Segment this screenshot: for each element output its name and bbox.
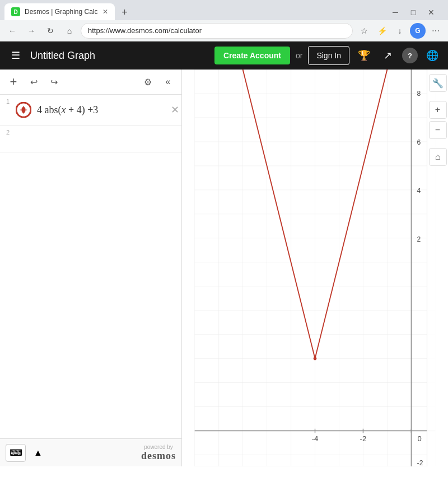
share-icon: ↗ <box>384 49 392 62</box>
expression-item-1[interactable]: 1 4 abs(x + 4) +3 ✕ <box>0 95 181 126</box>
redo-button[interactable]: ↪ <box>46 74 62 90</box>
zoom-out-button[interactable]: − <box>429 121 447 139</box>
close-btn[interactable]: ✕ <box>423 4 439 20</box>
undo-button[interactable]: ↩ <box>26 74 41 90</box>
zoom-in-icon: + <box>435 105 440 115</box>
expression-number-2: 2 <box>0 126 16 136</box>
settings-button[interactable]: ⚙ <box>140 74 156 90</box>
svg-text:-2: -2 <box>417 459 423 466</box>
keyboard-area: ⌨ ▲ powered by desmos <box>0 438 181 466</box>
active-tab[interactable]: D Desmos | Graphing Calc ✕ <box>4 3 115 20</box>
keyboard-toggle-button[interactable]: ⌨ <box>6 444 26 462</box>
create-account-button[interactable]: Create Account <box>214 47 290 64</box>
zoom-in-button[interactable]: + <box>429 101 447 119</box>
svg-text:0: 0 <box>418 434 422 443</box>
globe-icon: 🌐 <box>426 49 438 62</box>
expression-close-1[interactable]: ✕ <box>168 103 181 117</box>
graph-controls-right: 🔧 + − ⌂ <box>427 70 448 466</box>
add-expression-button[interactable]: + <box>6 74 21 90</box>
expression-toolbar: + ↩ ↪ ⚙ « <box>0 70 181 95</box>
graph-canvas: -4 -2 0 8 6 4 2 -2 <box>182 70 448 466</box>
bookmark-button[interactable]: ☆ <box>356 23 372 39</box>
graph-settings-button[interactable]: 🔧 <box>429 74 447 92</box>
svg-text:2: 2 <box>417 235 421 243</box>
zoom-out-icon: − <box>435 125 440 135</box>
globe-button[interactable]: 🌐 <box>423 47 441 64</box>
desmos-app: ☰ Untitled Graph Create Account or Sign … <box>0 41 448 466</box>
svg-text:8: 8 <box>417 90 421 98</box>
svg-text:6: 6 <box>417 138 421 146</box>
address-bar: ← → ↻ ⌂ ☆ ⚡ ↓ G ⋯ <box>0 20 448 41</box>
collapse-panel-button[interactable]: « <box>160 74 176 90</box>
help-icon: ? <box>408 52 412 60</box>
keyboard-icon: ⌨ <box>10 447 22 458</box>
share-button[interactable]: ↗ <box>379 47 396 64</box>
tab-close-btn[interactable]: ✕ <box>102 8 108 16</box>
browser-toolbar-icons: ☆ ⚡ ↓ G ⋯ <box>356 23 444 39</box>
back-button[interactable]: ← <box>4 23 20 39</box>
desmos-logo-icon <box>16 102 31 118</box>
new-tab-button[interactable]: + <box>117 4 133 20</box>
browser-tab-bar: D Desmos | Graphing Calc ✕ + ─ □ ✕ <box>0 0 448 20</box>
home-icon: ⌂ <box>435 152 441 162</box>
desmos-logo-text: desmos <box>141 450 176 462</box>
home-button[interactable]: ⌂ <box>62 23 77 39</box>
forward-button[interactable]: → <box>24 23 39 39</box>
expression-item-2[interactable]: 2 <box>0 126 181 152</box>
address-input[interactable] <box>81 23 353 39</box>
reload-button[interactable]: ↻ <box>43 23 58 39</box>
zoom-home-button[interactable]: ⌂ <box>429 148 447 166</box>
panel-expand-button[interactable]: ▲ <box>30 445 46 461</box>
account-button[interactable]: G <box>410 23 426 39</box>
powered-by-text: powered by <box>141 444 176 450</box>
more-button[interactable]: ⋯ <box>428 23 444 39</box>
desmos-navbar: ☰ Untitled Graph Create Account or Sign … <box>0 41 448 70</box>
expression-formula-2 <box>16 133 181 145</box>
graph-title: Untitled Graph <box>30 50 209 62</box>
hamburger-icon: ☰ <box>11 49 20 62</box>
vertex-point <box>314 357 317 360</box>
download-button[interactable]: ↓ <box>392 23 408 39</box>
svg-text:-2: -2 <box>360 434 367 443</box>
maximize-btn[interactable]: □ <box>405 4 421 20</box>
main-content: + ↩ ↪ ⚙ « 1 4 abs(x + <box>0 70 448 466</box>
expression-panel-empty <box>0 152 181 438</box>
tab-favicon: D <box>11 7 20 16</box>
svg-text:4: 4 <box>417 187 421 195</box>
expression-formula-1: 4 abs(x + 4) +3 <box>34 99 168 122</box>
trophy-button[interactable]: 🏆 <box>355 47 373 64</box>
expression-panel: + ↩ ↪ ⚙ « 1 4 abs(x + <box>0 70 182 466</box>
sign-in-button[interactable]: Sign In <box>308 46 349 65</box>
chevron-up-icon: ▲ <box>34 448 43 458</box>
minimize-btn[interactable]: ─ <box>388 4 403 20</box>
hamburger-menu-button[interactable]: ☰ <box>7 47 25 64</box>
graph-area[interactable]: -4 -2 0 8 6 4 2 -2 <box>182 70 448 466</box>
tab-title: Desmos | Graphing Calc <box>25 8 98 16</box>
or-text: or <box>296 51 302 60</box>
extensions-button[interactable]: ⚡ <box>374 23 390 39</box>
help-button[interactable]: ? <box>402 48 418 63</box>
trophy-icon: 🏆 <box>358 49 370 62</box>
expression-number-1: 1 <box>0 95 16 105</box>
svg-text:-4: -4 <box>312 434 319 443</box>
